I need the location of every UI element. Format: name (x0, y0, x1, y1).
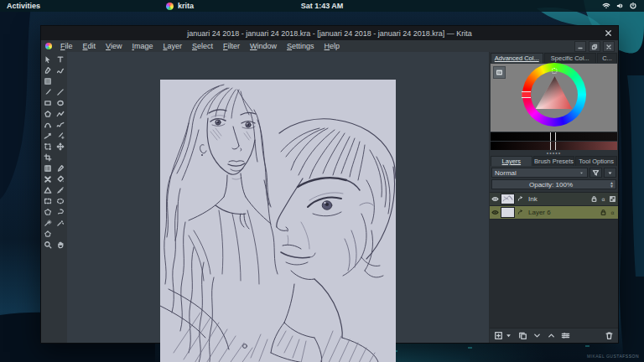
freehand-brush-tool[interactable] (42, 87, 54, 97)
line-tool[interactable] (55, 87, 66, 97)
layer-badges: α (600, 209, 616, 216)
contiguous-select-tool[interactable] (55, 218, 66, 228)
crop-icon (44, 153, 52, 162)
svg-text:α: α (610, 209, 614, 215)
transform-tool[interactable] (42, 142, 54, 152)
checker-icon (609, 195, 616, 203)
trash-icon (605, 331, 614, 340)
activities-button[interactable]: Activities (7, 2, 40, 10)
clock-button[interactable]: Sat 1:43 AM (301, 2, 344, 10)
layer-thumbnail[interactable] (501, 207, 515, 218)
menu-file[interactable]: File (55, 42, 78, 50)
rectangle-tool[interactable] (42, 98, 54, 108)
krita-menu-icon (45, 43, 52, 49)
menu-window[interactable]: Window (245, 42, 282, 50)
menu-view[interactable]: View (101, 42, 127, 50)
polyline-tool[interactable] (55, 109, 66, 119)
app-menu-button[interactable]: krita (166, 2, 194, 10)
layers-docker-tab-1[interactable]: Brush Presets (533, 156, 575, 166)
delete-layer-button[interactable] (605, 331, 614, 340)
selector-settings-button[interactable] (493, 66, 506, 79)
canvas-area[interactable] (67, 52, 490, 343)
similar-select-tool[interactable] (42, 218, 54, 228)
add-layer-button[interactable] (494, 331, 513, 340)
ellipse-select-tool[interactable] (55, 196, 66, 206)
transform-icon (44, 142, 52, 151)
text-tool[interactable] (55, 54, 66, 65)
system-tray[interactable] (602, 0, 637, 12)
layer-decoration-icon (517, 195, 524, 203)
selpath-icon (44, 230, 52, 238)
move-tool[interactable] (55, 142, 66, 152)
volume-icon (615, 2, 624, 10)
rect-icon (44, 99, 52, 107)
menu-select[interactable]: Select (187, 42, 218, 50)
color-docker-tab-1[interactable]: Specific Col... (544, 53, 597, 63)
menu-settings[interactable]: Settings (282, 42, 319, 50)
wallpaper-credit: MIKAEL GUSTAFSSON (587, 354, 639, 359)
layer-row-layer-6[interactable]: Layer 6 α (490, 206, 618, 220)
multibrush-tool[interactable] (55, 131, 66, 141)
zoom-icon (44, 240, 52, 249)
advanced-color-selector[interactable] (491, 64, 617, 132)
color-docker-tab-2[interactable]: C... (597, 53, 617, 63)
window-close-button[interactable] (604, 28, 613, 38)
layer-filter-button[interactable] (589, 168, 602, 178)
pattern-icon (44, 77, 52, 85)
freehand-select-tool[interactable] (55, 207, 66, 217)
dynamic-brush-tool[interactable] (42, 131, 54, 141)
move-layer-up-button[interactable] (547, 331, 556, 340)
layer-thumbnail[interactable] (501, 194, 515, 204)
smart-patch-tool[interactable] (42, 174, 54, 184)
menu-image[interactable]: Image (127, 42, 158, 50)
gradient-tool[interactable] (42, 163, 54, 173)
opacity-spinner[interactable]: ▲▼ (610, 181, 614, 188)
mdiclose-icon (605, 44, 612, 50)
polygon-tool[interactable] (42, 109, 54, 119)
layers-docker-tab-2[interactable]: Tool Options (575, 156, 617, 166)
assistants-tool[interactable] (42, 185, 54, 195)
shape-select-tool[interactable] (42, 54, 54, 65)
menu-layer[interactable]: Layer (158, 42, 187, 50)
edit-shapes-tool[interactable] (42, 65, 54, 75)
mdi-restore-button[interactable] (589, 41, 600, 52)
hue-ring[interactable] (522, 63, 586, 127)
shade-strip-2[interactable] (491, 142, 617, 150)
layers-docker-tab-0[interactable]: Layers (491, 156, 532, 166)
layer-filter-dropdown-button[interactable] (604, 168, 616, 178)
layer-decoration-icon (517, 209, 524, 216)
color-docker-tab-0[interactable]: Advanced Col... (491, 53, 543, 63)
window-titlebar[interactable]: januari 24 2018 - januari 24 2018.kra - … (41, 26, 618, 40)
opacity-slider[interactable]: Opacity: 100% ▲▼ (491, 179, 616, 189)
ellipse-tool[interactable] (55, 98, 66, 108)
pattern-tool[interactable] (42, 76, 54, 86)
crop-tool[interactable] (42, 153, 54, 163)
rect-select-tool[interactable] (42, 196, 54, 206)
mdi-minimize-button[interactable] (574, 41, 586, 52)
polygon-select-tool[interactable] (42, 207, 54, 217)
bezier-curve-tool[interactable] (42, 120, 54, 130)
layer-properties-button[interactable] (561, 331, 570, 340)
layer-row-ink[interactable]: Ink α (490, 193, 618, 206)
zoom-tool[interactable] (42, 240, 54, 250)
path-select-tool[interactable] (42, 229, 54, 239)
menu-edit[interactable]: Edit (78, 42, 101, 50)
chevup-icon (547, 331, 556, 340)
duplicate-layer-button[interactable] (518, 331, 527, 340)
move-layer-down-button[interactable] (532, 331, 542, 340)
fill-tool[interactable] (55, 174, 66, 184)
brush-icon (44, 88, 52, 96)
calligraphy-tool[interactable] (55, 65, 66, 75)
color-picker-tool[interactable] (55, 163, 66, 173)
menu-filter[interactable]: Filter (218, 42, 245, 50)
shade-strip-1[interactable] (491, 132, 617, 141)
layer-name: Ink (528, 195, 589, 203)
shade-selector[interactable] (491, 132, 617, 150)
blend-mode-select[interactable]: Normal (491, 168, 588, 178)
pan-tool[interactable] (55, 240, 66, 250)
mdi-close-button[interactable] (603, 41, 615, 52)
canvas-document[interactable] (160, 80, 396, 362)
menu-help[interactable]: Help (319, 42, 345, 50)
measure-tool[interactable] (55, 185, 66, 195)
freehand-path-tool[interactable] (55, 120, 66, 130)
